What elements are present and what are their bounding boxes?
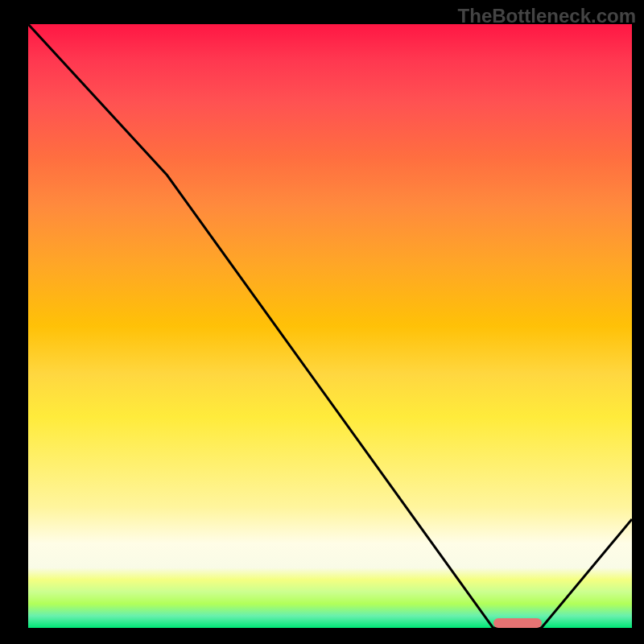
plot-area xyxy=(24,24,632,632)
line-curve xyxy=(28,24,632,628)
optimal-range-marker xyxy=(493,618,542,628)
watermark-text: TheBottleneck.com xyxy=(458,5,636,27)
curve-path xyxy=(28,24,632,628)
chart-container: TheBottleneck.com xyxy=(0,0,644,644)
